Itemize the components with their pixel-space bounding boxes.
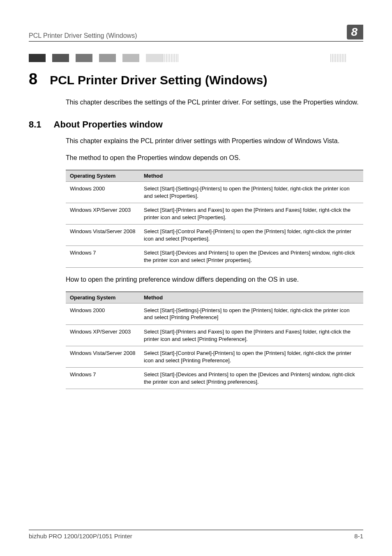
table2-header-os: Operating System bbox=[66, 292, 140, 303]
preference-method-table: Operating System Method Windows 2000 Sel… bbox=[66, 292, 363, 389]
chapter-title-row: 8 PCL Printer Driver Setting (Windows) bbox=[29, 70, 363, 88]
section-paragraph-2: The method to open the Properties window… bbox=[66, 153, 363, 162]
method-cell: Select [Start]-[Settings]-[Printers] to … bbox=[140, 303, 363, 324]
os-cell: Windows 7 bbox=[66, 246, 140, 267]
properties-method-table: Operating System Method Windows 2000 Sel… bbox=[66, 170, 363, 267]
chapter-badge: 8 bbox=[347, 25, 363, 39]
page-footer: bizhub PRO 1200/1200P/1051 Printer 8-1 bbox=[29, 530, 363, 540]
table-row: Windows XP/Server 2003 Select [Start]-[P… bbox=[66, 325, 363, 346]
footer-product: bizhub PRO 1200/1200P/1051 Printer bbox=[29, 533, 132, 540]
table-row: Windows Vista/Server 2008 Select [Start]… bbox=[66, 225, 363, 246]
section-heading: About Properties window bbox=[54, 119, 163, 130]
table-row: Windows 2000 Select [Start]-[Settings]-[… bbox=[66, 303, 363, 324]
section-paragraph-1: This chapter explains the PCL printer dr… bbox=[66, 137, 363, 146]
method-cell: Select [Start]-[Control Panel]-[Printers… bbox=[140, 225, 363, 246]
table-row: Windows 7 Select [Start]-[Devices and Pr… bbox=[66, 246, 363, 267]
table1-header-os: Operating System bbox=[66, 170, 140, 182]
chapter-intro: This chapter describes the settings of t… bbox=[66, 98, 363, 107]
os-cell: Windows 7 bbox=[66, 368, 140, 389]
table-row: Windows 2000 Select [Start]-[Settings]-[… bbox=[66, 182, 363, 203]
os-cell: Windows Vista/Server 2008 bbox=[66, 346, 140, 368]
chapter-number: 8 bbox=[29, 70, 37, 88]
os-cell: Windows 2000 bbox=[66, 303, 140, 324]
header-title: PCL Printer Driver Setting (Windows) bbox=[29, 32, 137, 39]
os-cell: Windows 2000 bbox=[66, 182, 140, 203]
section-title-row: 8.1 About Properties window bbox=[29, 119, 363, 130]
table-row: Windows XP/Server 2003 Select [Start]-[P… bbox=[66, 203, 363, 225]
method-cell: Select [Start]-[Devices and Printers] to… bbox=[140, 246, 363, 267]
method-cell: Select [Start]-[Printers and Faxes] to o… bbox=[140, 203, 363, 225]
method-cell: Select [Start]-[Printers and Faxes] to o… bbox=[140, 325, 363, 346]
os-cell: Windows XP/Server 2003 bbox=[66, 203, 140, 225]
os-cell: Windows Vista/Server 2008 bbox=[66, 225, 140, 246]
table-row: Windows Vista/Server 2008 Select [Start]… bbox=[66, 346, 363, 368]
method-cell: Select [Start]-[Control Panel]-[Printers… bbox=[140, 346, 363, 368]
chapter-heading: PCL Printer Driver Setting (Windows) bbox=[50, 73, 267, 87]
between-tables-paragraph: How to open the printing preference wind… bbox=[66, 275, 363, 284]
table-row: Windows 7 Select [Start]-[Devices and Pr… bbox=[66, 368, 363, 389]
table2-header-method: Method bbox=[140, 292, 363, 303]
method-cell: Select [Start]-[Settings]-[Printers] to … bbox=[140, 182, 363, 203]
table1-header-method: Method bbox=[140, 170, 363, 182]
os-cell: Windows XP/Server 2003 bbox=[66, 325, 140, 346]
footer-page-number: 8-1 bbox=[354, 533, 363, 540]
page-header: PCL Printer Driver Setting (Windows) 8 bbox=[29, 25, 363, 42]
method-cell: Select [Start]-[Devices and Printers] to… bbox=[140, 368, 363, 389]
decorative-bar bbox=[29, 54, 363, 62]
section-number: 8.1 bbox=[29, 119, 42, 130]
